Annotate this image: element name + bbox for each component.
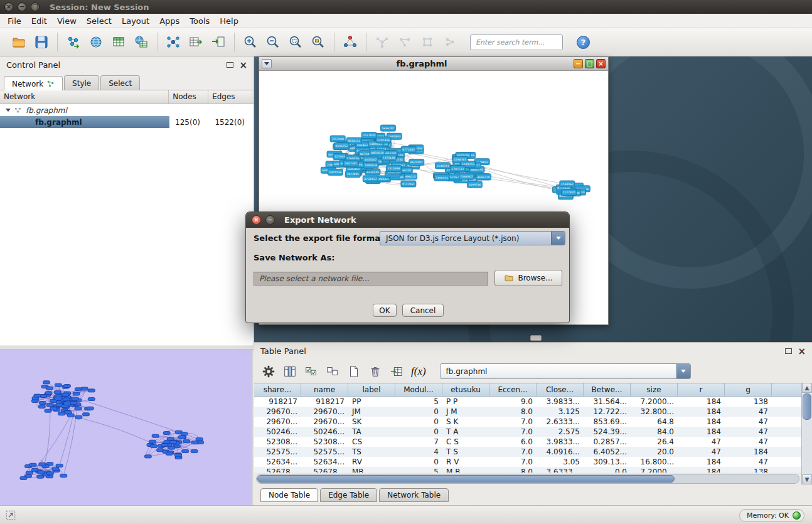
menu-item-layout[interactable]: Layout (117, 14, 154, 28)
table-column-header[interactable]: etusuku (442, 383, 489, 396)
tab-node-table[interactable]: Node Table (260, 488, 318, 502)
table-column-header[interactable]: r (678, 383, 725, 396)
export-table-icon[interactable] (184, 31, 207, 53)
network-row-selected[interactable]: fb.graphml 125(0) 1522(0) (0, 116, 254, 128)
memory-status[interactable]: Memory: OK (739, 509, 804, 522)
float-panel-icon[interactable] (227, 62, 233, 68)
table-column-header[interactable]: share... (254, 383, 301, 396)
splitter-grip[interactable] (530, 335, 542, 341)
import-network-file-icon[interactable] (62, 31, 85, 53)
gear-icon[interactable] (262, 365, 275, 378)
network-file-field[interactable] (254, 272, 488, 286)
new-network-icon[interactable] (162, 31, 184, 53)
hide-selected-icon[interactable] (393, 31, 416, 53)
select-all-columns-icon[interactable] (304, 365, 318, 378)
select-first-neighbors-icon[interactable] (371, 31, 393, 53)
zoom-selected-icon[interactable] (307, 31, 329, 53)
import-table-url-icon[interactable] (130, 31, 152, 53)
zoom-out-icon[interactable] (262, 31, 284, 53)
browse-button[interactable]: Browse... (494, 270, 562, 286)
frame-menu-icon[interactable] (262, 59, 272, 68)
column-header-nodes[interactable]: Nodes (169, 90, 208, 104)
cancel-button[interactable]: Cancel (402, 304, 444, 317)
float-panel-icon[interactable] (785, 348, 792, 354)
menu-item-apps[interactable]: Apps (154, 14, 184, 28)
ok-button[interactable]: OK (373, 304, 397, 317)
chevron-down-icon[interactable] (676, 364, 690, 378)
tab-network-table[interactable]: Network Table (379, 488, 449, 502)
search-input[interactable] (470, 35, 563, 50)
import-table-icon[interactable] (390, 365, 403, 378)
dialog-titlebar[interactable]: × − Export Network (246, 212, 569, 228)
table-column-header[interactable]: g (725, 383, 772, 396)
horizontal-scrollbar-thumb[interactable] (257, 475, 675, 483)
table-row[interactable]: 52634...52634...RV0R V7.03.05309.13...16… (254, 457, 801, 467)
tab-select[interactable]: Select (100, 75, 140, 90)
network-collection-row[interactable]: fb.graphml (0, 104, 254, 116)
frame-minimize-icon[interactable]: − (574, 59, 583, 68)
save-session-icon[interactable] (30, 31, 53, 53)
birds-eye-canvas[interactable] (0, 350, 252, 504)
window-close-button[interactable]: × (4, 3, 13, 11)
function-builder-icon[interactable]: f(x) (411, 365, 426, 378)
table-row[interactable]: 29670...29670...JM0J M8.03.12512.722...3… (254, 407, 801, 417)
table-row[interactable]: 918217918217PP5P P9.03.9833...31.564...7… (254, 397, 801, 407)
scroll-down-icon[interactable]: ▼ (802, 474, 812, 484)
column-header-edges[interactable]: Edges (208, 90, 254, 104)
vertical-scrollbar[interactable]: ▲ ▼ (801, 383, 812, 484)
birds-eye-view[interactable] (0, 350, 253, 505)
dialog-close-icon[interactable]: × (252, 215, 261, 225)
table-column-header[interactable]: Eccen... (489, 383, 537, 396)
menu-item-select[interactable]: Select (82, 14, 117, 28)
table-column-header[interactable]: Betwe... (584, 383, 631, 396)
export-format-selector[interactable]: JSON for D3.js Force Layout (*.json) (380, 231, 565, 245)
frame-maximize-icon[interactable]: □ (585, 59, 594, 68)
tree-expander-icon[interactable] (6, 109, 11, 112)
table-column-header[interactable]: size (631, 383, 678, 396)
table-network-selector[interactable]: fb.graphml (440, 363, 691, 379)
table-column-header[interactable]: label (348, 383, 395, 396)
apply-layout-icon[interactable] (339, 31, 361, 53)
open-session-icon[interactable] (8, 31, 30, 53)
scroll-up-icon[interactable]: ▲ (802, 383, 812, 393)
window-maximize-button[interactable]: □ (31, 3, 40, 11)
menu-item-help[interactable]: Help (215, 14, 243, 28)
window-minimize-button[interactable]: − (18, 3, 26, 11)
frame-close-icon[interactable]: × (596, 59, 606, 68)
menu-item-view[interactable]: View (52, 14, 82, 28)
horizontal-scrollbar[interactable] (256, 474, 799, 484)
table-column-header[interactable]: Close... (537, 383, 584, 396)
export-network-icon[interactable] (207, 31, 230, 53)
create-column-icon[interactable] (347, 365, 361, 378)
import-network-url-icon[interactable] (85, 31, 107, 53)
tab-style[interactable]: Style (64, 75, 99, 90)
tab-edge-table[interactable]: Edge Table (320, 488, 377, 502)
frame-titlebar[interactable]: fb.graphml − □ × (259, 57, 608, 71)
table-row[interactable]: 52575...52575...TS4T S7.04.0916...6.4052… (254, 447, 801, 457)
show-all-icon[interactable] (416, 31, 439, 53)
table-row[interactable]: 52678...52678...MB5M B8.03.6333...0.07.2… (254, 467, 801, 473)
table-row[interactable]: 52308...52308...CS7C S6.03.9833...0.2857… (254, 437, 801, 447)
close-panel-icon[interactable]: × (239, 62, 247, 68)
close-panel-icon[interactable]: × (798, 348, 806, 355)
vertical-scrollbar-thumb[interactable] (803, 393, 811, 420)
show-columns-icon[interactable] (283, 365, 297, 378)
automation-panel-icon[interactable] (5, 510, 16, 521)
table-row[interactable]: 50246...50246...TA0T A7.02.575524.39...8… (254, 427, 801, 437)
help-icon[interactable]: ? (577, 36, 590, 49)
delete-column-icon[interactable] (368, 365, 382, 378)
column-header-network[interactable]: Network (0, 90, 169, 104)
tab-network[interactable]: Network (4, 76, 63, 90)
import-table-file-icon[interactable] (107, 31, 130, 53)
unselect-all-columns-icon[interactable] (326, 365, 339, 378)
dialog-minimize-icon[interactable]: − (265, 215, 275, 225)
zoom-fit-icon[interactable] (284, 31, 307, 53)
menu-item-file[interactable]: File (3, 14, 26, 28)
zoom-in-icon[interactable] (239, 31, 262, 53)
chevron-down-icon[interactable] (551, 232, 565, 245)
menu-item-tools[interactable]: Tools (184, 14, 215, 28)
table-column-header[interactable]: name (301, 383, 348, 396)
group-nodes-icon[interactable] (439, 31, 461, 53)
table-row[interactable]: 29670...29670...SK0S K7.02.6333...853.69… (254, 417, 801, 427)
menu-item-edit[interactable]: Edit (26, 14, 52, 28)
